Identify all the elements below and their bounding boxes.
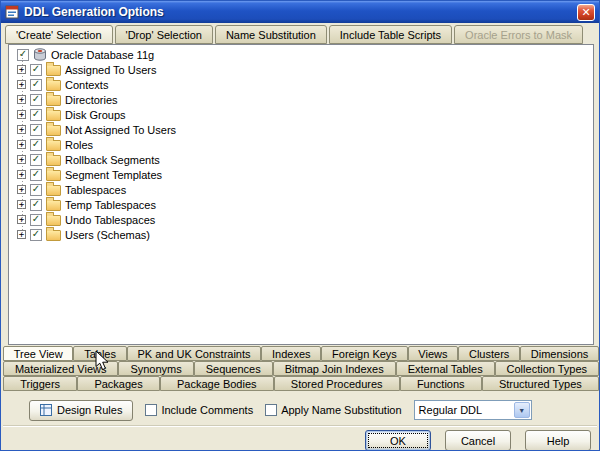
tree-root-item[interactable]: ✓ Oracle Database 11g <box>9 47 593 62</box>
bottom-tab[interactable]: Indexes <box>261 346 321 361</box>
tree-item[interactable]: + ✓ Tablespaces <box>9 182 593 197</box>
expand-icon[interactable]: + <box>17 140 26 149</box>
checkbox[interactable]: ✓ <box>17 49 29 61</box>
expand-icon[interactable]: + <box>17 125 26 134</box>
bottom-tab[interactable]: Stored Procedures <box>274 376 400 391</box>
expand-icon[interactable]: + <box>17 65 26 74</box>
help-button[interactable]: Help <box>525 430 591 451</box>
expand-icon[interactable]: + <box>17 80 26 89</box>
top-tab-label: 'Create' Selection <box>16 29 102 41</box>
tree-item[interactable]: + ✓ Not Assigned To Users <box>9 122 593 137</box>
bottom-tab[interactable]: Views <box>408 346 459 361</box>
tree-item[interactable]: + ✓ Rollback Segments <box>9 152 593 167</box>
folder-icon <box>46 80 61 91</box>
checkbox[interactable]: ✓ <box>30 94 42 106</box>
tree-view-panel: ✓ Oracle Database 11g + ✓ Assigned <box>8 44 594 345</box>
cancel-button[interactable]: Cancel <box>445 430 511 451</box>
top-tab[interactable]: 'Create' Selection <box>5 25 113 44</box>
expand-icon[interactable]: + <box>17 200 26 209</box>
bottom-tab[interactable]: Package Bodies <box>160 376 274 391</box>
apply-name-substitution-option[interactable]: Apply Name Substitution <box>265 404 401 416</box>
divider <box>3 425 597 427</box>
bottom-tab[interactable]: Bitmap Join Indexes <box>273 361 396 376</box>
bottom-tab[interactable]: Clusters <box>458 346 520 361</box>
bottom-tab[interactable]: Triggers <box>3 376 77 391</box>
action-buttons: OK Cancel Help <box>365 430 591 451</box>
design-rules-button[interactable]: Design Rules <box>29 400 133 421</box>
checkbox[interactable]: ✓ <box>30 169 42 181</box>
window-title: DDL Generation Options <box>24 5 164 19</box>
ddl-type-dropdown[interactable]: Regular DDL ▼ <box>414 400 532 420</box>
checkbox[interactable]: ✓ <box>30 199 42 211</box>
bottom-tab-label: Bitmap Join Indexes <box>285 363 384 375</box>
folder-icon <box>46 230 61 241</box>
bottom-tab-label: Clusters <box>469 348 509 360</box>
bottom-tab[interactable]: Structured Types <box>482 376 599 391</box>
folder-icon <box>46 215 61 226</box>
bottom-tab[interactable]: External Tables <box>396 361 495 376</box>
expand-icon[interactable]: + <box>17 95 26 104</box>
tree-item[interactable]: + ✓ Segment Templates <box>9 167 593 182</box>
tree-item[interactable]: + ✓ Disk Groups <box>9 107 593 122</box>
check-icon: ✓ <box>32 64 40 74</box>
bottom-tab-label: Sequences <box>206 363 261 375</box>
bottom-tab[interactable]: Functions <box>400 376 482 391</box>
tree-item-label: Assigned To Users <box>65 64 157 76</box>
tree-item[interactable]: + ✓ Users (Schemas) <box>9 227 593 242</box>
expand-icon[interactable]: + <box>17 110 26 119</box>
expand-icon[interactable]: + <box>17 215 26 224</box>
tree-item[interactable]: + ✓ Undo Tablespaces <box>9 212 593 227</box>
checkbox[interactable]: ✓ <box>30 229 42 241</box>
include-comments-label: Include Comments <box>161 404 253 416</box>
apply-name-substitution-label: Apply Name Substitution <box>281 404 401 416</box>
design-rules-icon <box>40 404 52 416</box>
ok-button[interactable]: OK <box>365 430 431 451</box>
bottom-tab[interactable]: Collection Types <box>495 361 599 376</box>
expand-icon[interactable]: + <box>17 230 26 239</box>
bottom-tab[interactable]: Synonyms <box>118 361 193 376</box>
checkbox[interactable]: ✓ <box>30 64 42 76</box>
top-tab-label: Include Table Scripts <box>340 29 441 41</box>
include-comments-checkbox[interactable] <box>145 404 157 416</box>
checkbox[interactable]: ✓ <box>30 184 42 196</box>
tree-item[interactable]: + ✓ Directories <box>9 92 593 107</box>
top-tab[interactable]: Name Substitution <box>215 25 327 44</box>
checkbox[interactable]: ✓ <box>30 214 42 226</box>
tree-item[interactable]: + ✓ Assigned To Users <box>9 62 593 77</box>
bottom-tab[interactable]: Packages <box>77 376 160 391</box>
apply-name-substitution-checkbox[interactable] <box>265 404 277 416</box>
ddl-generation-options-dialog: DDL Generation Options ✕ 'Create' Select… <box>0 0 600 451</box>
tree-item[interactable]: + ✓ Temp Tablespaces <box>9 197 593 212</box>
tree-item-label: Not Assigned To Users <box>65 124 176 136</box>
bottom-tab[interactable]: Tables <box>73 346 126 361</box>
bottom-tab[interactable]: Materialized Views <box>3 361 118 376</box>
chevron-down-icon: ▼ <box>518 407 525 414</box>
checkbox[interactable]: ✓ <box>30 79 42 91</box>
dropdown-arrow-button[interactable]: ▼ <box>514 402 530 418</box>
bottom-tab[interactable]: Dimensions <box>520 346 599 361</box>
bottom-tab-label: Indexes <box>272 348 311 360</box>
top-tab[interactable]: Include Table Scripts <box>329 25 452 44</box>
bottom-tab-label: Synonyms <box>130 363 181 375</box>
bottom-tab[interactable]: Foreign Keys <box>321 346 407 361</box>
expand-icon[interactable]: + <box>17 155 26 164</box>
expand-icon[interactable]: + <box>17 185 26 194</box>
tree-item[interactable]: + ✓ Roles <box>9 137 593 152</box>
folder-icon <box>46 170 61 181</box>
bottom-tab[interactable]: Sequences <box>194 361 273 376</box>
checkbox[interactable]: ✓ <box>30 109 42 121</box>
folder-icon <box>46 155 61 166</box>
bottom-tab[interactable]: Tree View <box>3 346 73 361</box>
bottom-tab[interactable]: PK and UK Constraints <box>127 346 262 361</box>
top-tab[interactable]: 'Drop' Selection <box>115 25 213 44</box>
tree-item[interactable]: + ✓ Contexts <box>9 77 593 92</box>
expand-icon[interactable]: + <box>17 170 26 179</box>
check-icon: ✓ <box>32 109 40 119</box>
checkbox[interactable]: ✓ <box>30 139 42 151</box>
close-button[interactable]: ✕ <box>577 4 595 21</box>
checkbox[interactable]: ✓ <box>30 154 42 166</box>
include-comments-option[interactable]: Include Comments <box>145 404 253 416</box>
bottom-tab-label: Views <box>418 348 447 360</box>
top-tab[interactable]: Oracle Errors to Mask <box>454 25 583 44</box>
checkbox[interactable]: ✓ <box>30 124 42 136</box>
